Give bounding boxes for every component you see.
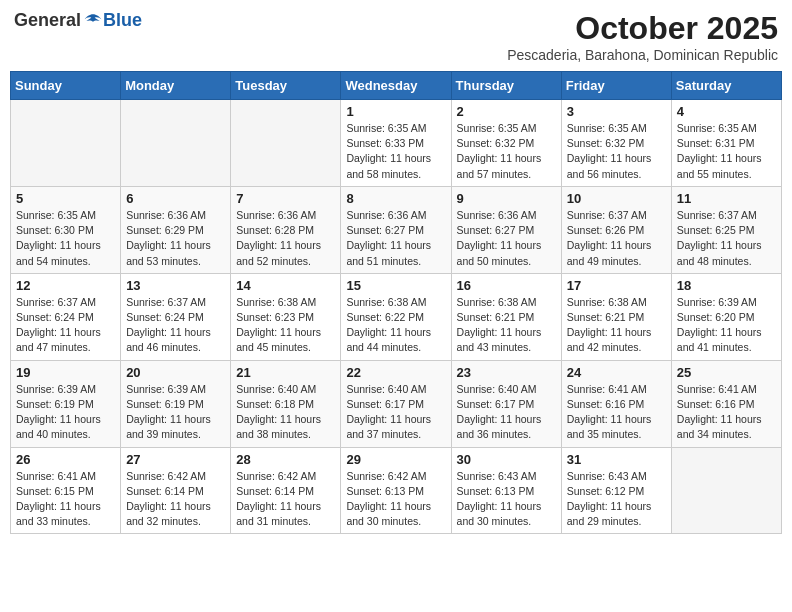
- calendar-cell: 27Sunrise: 6:42 AM Sunset: 6:14 PM Dayli…: [121, 447, 231, 534]
- calendar-cell: 20Sunrise: 6:39 AM Sunset: 6:19 PM Dayli…: [121, 360, 231, 447]
- day-number: 29: [346, 452, 445, 467]
- day-info: Sunrise: 6:36 AM Sunset: 6:29 PM Dayligh…: [126, 208, 225, 269]
- day-number: 23: [457, 365, 556, 380]
- calendar-cell: 7Sunrise: 6:36 AM Sunset: 6:28 PM Daylig…: [231, 186, 341, 273]
- day-number: 10: [567, 191, 666, 206]
- calendar-cell: 21Sunrise: 6:40 AM Sunset: 6:18 PM Dayli…: [231, 360, 341, 447]
- calendar-cell: 31Sunrise: 6:43 AM Sunset: 6:12 PM Dayli…: [561, 447, 671, 534]
- day-info: Sunrise: 6:35 AM Sunset: 6:33 PM Dayligh…: [346, 121, 445, 182]
- calendar-cell: 14Sunrise: 6:38 AM Sunset: 6:23 PM Dayli…: [231, 273, 341, 360]
- day-info: Sunrise: 6:42 AM Sunset: 6:14 PM Dayligh…: [236, 469, 335, 530]
- calendar-cell: 26Sunrise: 6:41 AM Sunset: 6:15 PM Dayli…: [11, 447, 121, 534]
- day-number: 5: [16, 191, 115, 206]
- day-info: Sunrise: 6:42 AM Sunset: 6:13 PM Dayligh…: [346, 469, 445, 530]
- day-number: 17: [567, 278, 666, 293]
- day-number: 19: [16, 365, 115, 380]
- day-info: Sunrise: 6:40 AM Sunset: 6:17 PM Dayligh…: [346, 382, 445, 443]
- logo-blue: Blue: [103, 10, 142, 31]
- day-info: Sunrise: 6:41 AM Sunset: 6:16 PM Dayligh…: [567, 382, 666, 443]
- day-info: Sunrise: 6:37 AM Sunset: 6:24 PM Dayligh…: [126, 295, 225, 356]
- calendar-cell: 19Sunrise: 6:39 AM Sunset: 6:19 PM Dayli…: [11, 360, 121, 447]
- day-number: 20: [126, 365, 225, 380]
- weekday-header: Thursday: [451, 72, 561, 100]
- day-number: 27: [126, 452, 225, 467]
- calendar-cell: 23Sunrise: 6:40 AM Sunset: 6:17 PM Dayli…: [451, 360, 561, 447]
- day-info: Sunrise: 6:43 AM Sunset: 6:12 PM Dayligh…: [567, 469, 666, 530]
- day-info: Sunrise: 6:43 AM Sunset: 6:13 PM Dayligh…: [457, 469, 556, 530]
- day-number: 6: [126, 191, 225, 206]
- day-info: Sunrise: 6:38 AM Sunset: 6:23 PM Dayligh…: [236, 295, 335, 356]
- calendar-cell: 10Sunrise: 6:37 AM Sunset: 6:26 PM Dayli…: [561, 186, 671, 273]
- day-info: Sunrise: 6:42 AM Sunset: 6:14 PM Dayligh…: [126, 469, 225, 530]
- day-number: 18: [677, 278, 776, 293]
- day-number: 25: [677, 365, 776, 380]
- day-number: 1: [346, 104, 445, 119]
- calendar-week-row: 26Sunrise: 6:41 AM Sunset: 6:15 PM Dayli…: [11, 447, 782, 534]
- calendar-cell: [11, 100, 121, 187]
- calendar-cell: 4Sunrise: 6:35 AM Sunset: 6:31 PM Daylig…: [671, 100, 781, 187]
- day-info: Sunrise: 6:39 AM Sunset: 6:19 PM Dayligh…: [16, 382, 115, 443]
- day-info: Sunrise: 6:37 AM Sunset: 6:25 PM Dayligh…: [677, 208, 776, 269]
- day-info: Sunrise: 6:35 AM Sunset: 6:32 PM Dayligh…: [457, 121, 556, 182]
- day-number: 24: [567, 365, 666, 380]
- day-number: 28: [236, 452, 335, 467]
- day-number: 3: [567, 104, 666, 119]
- calendar-week-row: 5Sunrise: 6:35 AM Sunset: 6:30 PM Daylig…: [11, 186, 782, 273]
- day-number: 16: [457, 278, 556, 293]
- month-title: October 2025: [507, 10, 778, 47]
- day-info: Sunrise: 6:35 AM Sunset: 6:32 PM Dayligh…: [567, 121, 666, 182]
- calendar-cell: 11Sunrise: 6:37 AM Sunset: 6:25 PM Dayli…: [671, 186, 781, 273]
- day-info: Sunrise: 6:38 AM Sunset: 6:22 PM Dayligh…: [346, 295, 445, 356]
- calendar-cell: 3Sunrise: 6:35 AM Sunset: 6:32 PM Daylig…: [561, 100, 671, 187]
- calendar-cell: 22Sunrise: 6:40 AM Sunset: 6:17 PM Dayli…: [341, 360, 451, 447]
- day-info: Sunrise: 6:37 AM Sunset: 6:24 PM Dayligh…: [16, 295, 115, 356]
- day-number: 4: [677, 104, 776, 119]
- weekday-header: Sunday: [11, 72, 121, 100]
- calendar-cell: [671, 447, 781, 534]
- calendar-cell: 18Sunrise: 6:39 AM Sunset: 6:20 PM Dayli…: [671, 273, 781, 360]
- calendar-cell: 5Sunrise: 6:35 AM Sunset: 6:30 PM Daylig…: [11, 186, 121, 273]
- calendar-cell: 6Sunrise: 6:36 AM Sunset: 6:29 PM Daylig…: [121, 186, 231, 273]
- calendar-week-row: 1Sunrise: 6:35 AM Sunset: 6:33 PM Daylig…: [11, 100, 782, 187]
- day-info: Sunrise: 6:41 AM Sunset: 6:16 PM Dayligh…: [677, 382, 776, 443]
- calendar-cell: 1Sunrise: 6:35 AM Sunset: 6:33 PM Daylig…: [341, 100, 451, 187]
- day-number: 11: [677, 191, 776, 206]
- calendar-cell: 25Sunrise: 6:41 AM Sunset: 6:16 PM Dayli…: [671, 360, 781, 447]
- day-info: Sunrise: 6:35 AM Sunset: 6:30 PM Dayligh…: [16, 208, 115, 269]
- day-info: Sunrise: 6:36 AM Sunset: 6:28 PM Dayligh…: [236, 208, 335, 269]
- title-block: October 2025 Pescaderia, Barahona, Domin…: [507, 10, 778, 63]
- day-number: 7: [236, 191, 335, 206]
- location-subtitle: Pescaderia, Barahona, Dominican Republic: [507, 47, 778, 63]
- day-number: 30: [457, 452, 556, 467]
- calendar-cell: 8Sunrise: 6:36 AM Sunset: 6:27 PM Daylig…: [341, 186, 451, 273]
- day-number: 9: [457, 191, 556, 206]
- calendar-cell: 13Sunrise: 6:37 AM Sunset: 6:24 PM Dayli…: [121, 273, 231, 360]
- calendar-cell: 15Sunrise: 6:38 AM Sunset: 6:22 PM Dayli…: [341, 273, 451, 360]
- day-info: Sunrise: 6:38 AM Sunset: 6:21 PM Dayligh…: [457, 295, 556, 356]
- day-info: Sunrise: 6:37 AM Sunset: 6:26 PM Dayligh…: [567, 208, 666, 269]
- day-number: 2: [457, 104, 556, 119]
- calendar-cell: 28Sunrise: 6:42 AM Sunset: 6:14 PM Dayli…: [231, 447, 341, 534]
- calendar-week-row: 12Sunrise: 6:37 AM Sunset: 6:24 PM Dayli…: [11, 273, 782, 360]
- calendar-cell: [121, 100, 231, 187]
- calendar-week-row: 19Sunrise: 6:39 AM Sunset: 6:19 PM Dayli…: [11, 360, 782, 447]
- day-number: 21: [236, 365, 335, 380]
- weekday-header: Monday: [121, 72, 231, 100]
- calendar-cell: 30Sunrise: 6:43 AM Sunset: 6:13 PM Dayli…: [451, 447, 561, 534]
- calendar-cell: 24Sunrise: 6:41 AM Sunset: 6:16 PM Dayli…: [561, 360, 671, 447]
- day-number: 14: [236, 278, 335, 293]
- day-number: 26: [16, 452, 115, 467]
- page-header: General Blue October 2025 Pescaderia, Ba…: [10, 10, 782, 63]
- day-number: 31: [567, 452, 666, 467]
- calendar-cell: 29Sunrise: 6:42 AM Sunset: 6:13 PM Dayli…: [341, 447, 451, 534]
- day-info: Sunrise: 6:36 AM Sunset: 6:27 PM Dayligh…: [457, 208, 556, 269]
- day-info: Sunrise: 6:41 AM Sunset: 6:15 PM Dayligh…: [16, 469, 115, 530]
- calendar-table: SundayMondayTuesdayWednesdayThursdayFrid…: [10, 71, 782, 534]
- weekday-header: Tuesday: [231, 72, 341, 100]
- day-number: 8: [346, 191, 445, 206]
- logo-general: General: [14, 10, 81, 31]
- calendar-cell: 16Sunrise: 6:38 AM Sunset: 6:21 PM Dayli…: [451, 273, 561, 360]
- day-info: Sunrise: 6:36 AM Sunset: 6:27 PM Dayligh…: [346, 208, 445, 269]
- calendar-cell: 17Sunrise: 6:38 AM Sunset: 6:21 PM Dayli…: [561, 273, 671, 360]
- weekday-header: Friday: [561, 72, 671, 100]
